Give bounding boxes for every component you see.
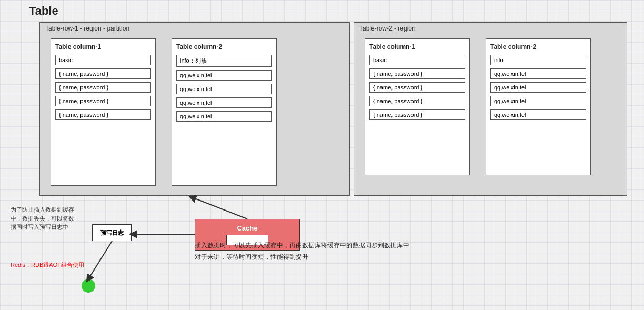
svg-line-2 [88, 241, 112, 279]
row2-col2-row2: qq,weixin,tel [490, 96, 586, 106]
row1-col2-box: Table column-2 info：列族 qq,weixin,tel qq,… [172, 38, 277, 186]
row1-col2-row3: qq,weixin,tel [176, 111, 272, 122]
row2-col2-box: Table column-2 info qq,weixin,tel qq,wei… [486, 38, 591, 175]
row2-col2-row1: qq,weixin,tel [490, 82, 586, 93]
page-title: Table [29, 4, 58, 18]
table-row-1-container: Table-row-1 - region - partition Table c… [39, 22, 350, 196]
row2-col1-label: Table column-1 [369, 43, 465, 51]
row1-col1-row0: { name, password } [55, 68, 151, 79]
prelog-label: 预写日志 [100, 229, 124, 237]
row1-col2-row2: qq,weixin,tel [176, 97, 272, 108]
table-row-1-label: Table-row-1 - region - partition [45, 25, 129, 32]
row1-col2-info: info：列族 [176, 55, 272, 67]
row1-col2-row0: qq,weixin,tel [176, 70, 272, 81]
row2-col1-basic: basic [369, 55, 465, 65]
row1-col1-row2: { name, password } [55, 96, 151, 106]
row2-col2-row0: qq,weixin,tel [490, 68, 586, 79]
row1-col1-label: Table column-1 [55, 43, 151, 51]
row1-col1-box: Table column-1 basic { name, password } … [51, 38, 156, 186]
green-circle [82, 279, 95, 293]
row2-col2-info: info [490, 55, 586, 65]
row2-col1-box: Table column-1 basic { name, password } … [365, 38, 470, 175]
row2-col2-row3: qq,weixin,tel [490, 109, 586, 120]
table-row-2-container: Table-row-2 - region Table column-1 basi… [354, 22, 627, 196]
annotation-redis: Redis，RDB跟AOF组合使用 [11, 261, 84, 269]
row2-col1-row0: { name, password } [369, 68, 465, 79]
annotation-left: 为了防止插入数据到缓存中，数据丢失，可以将数据同时写入预写日志中 [11, 205, 79, 232]
row1-col2-label: Table column-2 [176, 43, 272, 51]
svg-line-1 [192, 197, 247, 219]
row1-col1-basic: basic [55, 55, 151, 65]
annotation-right: 插入数据时，可以先插入缓存中，再由数据库将缓存中的数据同步到数据库中 对于来讲，… [195, 240, 510, 263]
prelog-box: 预写日志 [92, 224, 132, 241]
cache-label: Cache [237, 224, 257, 232]
row1-col2-row1: qq,weixin,tel [176, 84, 272, 94]
row1-col1-row1: { name, password } [55, 82, 151, 93]
row1-col1-row3: { name, password } [55, 109, 151, 120]
row2-col2-label: Table column-2 [490, 43, 586, 51]
row2-col1-row3: { name, password } [369, 109, 465, 120]
row2-col1-row2: { name, password } [369, 96, 465, 106]
row2-col1-row1: { name, password } [369, 82, 465, 93]
table-row-2-label: Table-row-2 - region [359, 25, 416, 32]
